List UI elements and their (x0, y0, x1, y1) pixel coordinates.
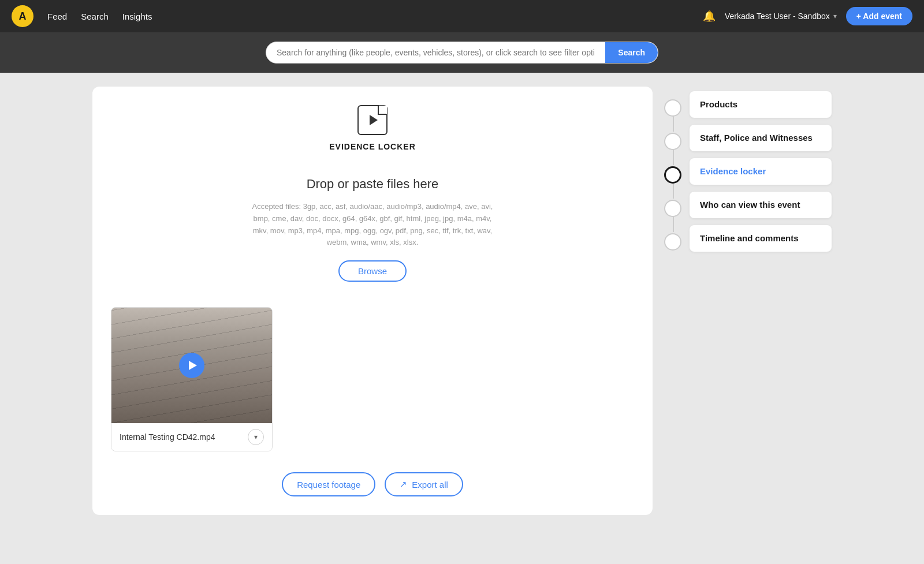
bell-icon[interactable]: 🔔 (703, 10, 716, 23)
step-card-view[interactable]: Who can view this event (690, 192, 832, 218)
nav-right: 🔔 Verkada Test User - Sandbox ▾ + Add ev… (703, 7, 912, 25)
step-radio-view[interactable] (664, 200, 681, 217)
file-play-icon (357, 105, 388, 135)
step-radio-products[interactable] (664, 99, 681, 117)
search-bar-area: Search (0, 32, 924, 73)
accepted-files-text: Accepted files: 3gp, acc, asf, audio/aac… (251, 201, 494, 249)
step-radio-timeline[interactable] (664, 233, 681, 251)
export-icon: ↗ (400, 479, 407, 490)
chevron-down-icon: ▾ (254, 433, 258, 441)
step-card-products[interactable]: Products (690, 91, 832, 118)
chevron-down-icon: ▾ (833, 12, 837, 20)
video-info: Internal Testing CD42.mp4 ▾ (111, 423, 272, 451)
top-nav: A Feed Search Insights 🔔 Verkada Test Us… (0, 0, 924, 32)
search-button[interactable]: Search (605, 42, 658, 63)
add-event-button[interactable]: + Add event (846, 7, 912, 25)
drop-text: Drop or paste files here (122, 177, 623, 192)
step-label-staff: Staff, Police and Witnesses (700, 133, 813, 143)
video-thumbnail[interactable] (111, 308, 272, 423)
play-icon (189, 361, 197, 370)
user-label: Verkada Test User - Sandbox (725, 12, 830, 21)
step-radio-staff[interactable] (664, 133, 681, 150)
play-triangle (370, 115, 378, 125)
step-view: Who can view this event (664, 192, 832, 225)
step-radio-evidence[interactable] (664, 166, 681, 184)
step-timeline: Timeline and comments (664, 225, 832, 259)
drop-zone[interactable]: Drop or paste files here Accepted files:… (111, 165, 634, 293)
step-evidence: Evidence locker (664, 158, 832, 192)
step-label-products: Products (700, 99, 737, 109)
right-sidebar: Products Staff, Police and Witnesses Evi… (664, 87, 832, 259)
video-card: Internal Testing CD42.mp4 ▾ (111, 307, 273, 451)
step-label-timeline: Timeline and comments (700, 233, 799, 243)
step-card-evidence[interactable]: Evidence locker (690, 158, 832, 185)
nav-insights[interactable]: Insights (122, 12, 152, 21)
step-products: Products (664, 91, 832, 125)
user-menu[interactable]: Verkada Test User - Sandbox ▾ (725, 12, 837, 21)
panel-title: EVIDENCE LOCKER (329, 142, 416, 151)
step-staff: Staff, Police and Witnesses (664, 125, 832, 158)
nav-search[interactable]: Search (81, 12, 109, 21)
step-card-staff[interactable]: Staff, Police and Witnesses (690, 125, 832, 151)
request-footage-button[interactable]: Request footage (282, 472, 375, 496)
step-label-evidence: Evidence locker (700, 166, 766, 176)
bottom-actions: Request footage ↗ Export all (111, 472, 634, 496)
main-content: EVIDENCE LOCKER Drop or paste files here… (0, 73, 924, 529)
search-input[interactable] (266, 42, 605, 63)
logo[interactable]: A (12, 5, 33, 27)
video-filename: Internal Testing CD42.mp4 (120, 432, 215, 442)
expand-video-button[interactable]: ▾ (248, 429, 264, 445)
search-container: Search (266, 42, 658, 64)
nav-feed[interactable]: Feed (47, 12, 67, 21)
step-card-timeline[interactable]: Timeline and comments (690, 225, 832, 252)
play-button[interactable] (179, 353, 204, 378)
nav-links: Feed Search Insights (47, 12, 689, 21)
panel-header: EVIDENCE LOCKER (111, 105, 634, 151)
browse-button[interactable]: Browse (338, 260, 407, 282)
evidence-locker-panel: EVIDENCE LOCKER Drop or paste files here… (92, 87, 653, 515)
export-all-button[interactable]: ↗ Export all (385, 472, 463, 496)
step-label-view: Who can view this event (700, 200, 800, 210)
